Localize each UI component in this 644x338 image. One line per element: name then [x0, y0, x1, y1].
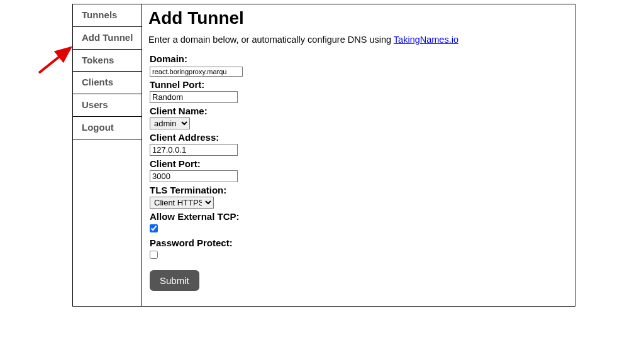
sidebar-item-logout[interactable]: Logout [73, 117, 142, 139]
domain-label: Domain: [150, 53, 569, 64]
sidebar-item-label: Clients [82, 77, 113, 87]
submit-button[interactable]: Submit [150, 270, 199, 291]
add-tunnel-form: Domain: Tunnel Port: Client Name: admin … [148, 53, 569, 291]
tunnel-port-input[interactable] [150, 91, 238, 103]
page-title: Add Tunnel [148, 8, 569, 28]
main-content: Add Tunnel Enter a domain below, or auto… [142, 4, 575, 306]
takingnames-link[interactable]: TakingNames.io [394, 35, 458, 45]
sidebar-item-tunnels[interactable]: Tunnels [73, 4, 142, 27]
sidebar-item-users[interactable]: Users [73, 94, 142, 117]
app-frame: Tunnels Add Tunnel Tokens Clients Users … [72, 4, 575, 307]
sidebar-item-label: Logout [82, 122, 114, 133]
sidebar-item-label: Users [82, 99, 108, 110]
sidebar-item-tokens[interactable]: Tokens [73, 50, 142, 72]
sidebar-item-label: Add Tunnel [82, 32, 133, 43]
allow-external-tcp-label: Allow External TCP: [150, 211, 569, 222]
client-address-label: Client Address: [150, 132, 569, 143]
password-protect-checkbox[interactable] [150, 251, 158, 259]
svg-line-1 [39, 48, 70, 73]
client-port-label: Client Port: [150, 158, 569, 169]
tls-termination-select[interactable]: Client HTTPS [150, 197, 214, 209]
client-name-label: Client Name: [150, 106, 569, 116]
sidebar: Tunnels Add Tunnel Tokens Clients Users … [73, 4, 142, 306]
sidebar-item-add-tunnel[interactable]: Add Tunnel [73, 27, 142, 50]
tls-termination-label: TLS Termination: [150, 185, 569, 195]
intro-prefix: Enter a domain below, or automatically c… [148, 35, 394, 45]
client-address-input[interactable] [150, 144, 238, 156]
sidebar-item-label: Tokens [82, 55, 114, 65]
sidebar-item-clients[interactable]: Clients [73, 72, 142, 94]
sidebar-item-label: Tunnels [82, 9, 117, 20]
allow-external-tcp-checkbox[interactable] [150, 224, 158, 232]
password-protect-label: Password Protect: [150, 237, 569, 248]
intro-text: Enter a domain below, or automatically c… [148, 35, 569, 45]
tunnel-port-label: Tunnel Port: [150, 79, 569, 90]
domain-input[interactable] [150, 67, 243, 77]
client-name-select[interactable]: admin [150, 117, 190, 129]
client-port-input[interactable] [150, 170, 238, 182]
